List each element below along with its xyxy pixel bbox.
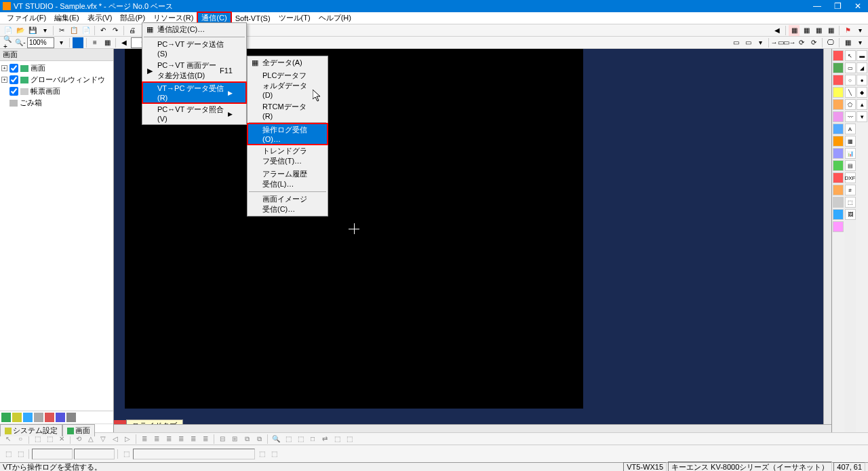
save-icon[interactable]: 💾 [27,25,38,36]
palette-btn[interactable] [833,87,844,98]
sb-icon-6[interactable] [56,413,65,422]
menu-view[interactable]: 表示(V) [83,12,117,24]
vertical-scrollbar[interactable] [823,49,831,424]
sync2-icon[interactable]: ⟳ [808,37,819,48]
flag-icon[interactable]: ⚑ [842,25,853,36]
tool-btn[interactable]: ⬠ [845,99,856,110]
dd-comm-setting[interactable]: ▦通信設定(C)… [142,23,246,36]
dropdown3-icon[interactable]: ▾ [854,25,865,36]
palette-btn[interactable] [833,148,844,159]
shape-btn[interactable]: ▬ [856,50,867,61]
dd-rtcm[interactable]: RTCMデータ(R) [248,100,328,121]
sb-icon-7[interactable] [66,413,76,422]
table-icon[interactable]: ▦ [842,37,853,48]
shape-btn[interactable]: ▲ [856,99,867,110]
tree-label[interactable]: ごみ箱 [20,98,42,108]
palette-btn[interactable] [833,124,844,134]
shape-btn[interactable]: ◆ [856,87,867,98]
send-icon[interactable]: →▭ [772,37,783,48]
dd-alarm[interactable]: アラーム履歴受信(L)… [248,168,328,191]
paste-icon[interactable]: 📄 [81,25,92,36]
tree-label[interactable]: 画面 [31,63,45,73]
close-button[interactable]: ✕ [848,0,868,12]
tool-btn[interactable]: ▭ [845,62,856,73]
zoom-out-icon[interactable]: 🔍- [15,37,26,48]
tool-btn[interactable]: 🖼 [845,209,856,220]
sync-icon[interactable]: ⟳ [796,37,807,48]
palette-btn[interactable] [833,209,844,220]
dd-pc-vt-diff[interactable]: ▶PC→VT 画面データ差分送信(D)F11 [142,59,246,82]
menu-tool[interactable]: ツール(T) [275,12,315,24]
sb-icon-1[interactable] [1,413,11,422]
cut-icon[interactable]: ✂ [56,25,67,36]
palette-btn[interactable] [833,136,844,147]
palette-btn[interactable] [833,62,844,73]
tool-btn[interactable]: # [845,185,856,195]
layer-b-icon[interactable]: ▭ [743,37,753,48]
tool-c-icon[interactable]: ▦ [813,25,824,36]
prev-icon[interactable]: ◀ [119,37,130,48]
menu-file[interactable]: ファイル(F) [3,12,50,24]
tool-btn[interactable]: ▤ [845,160,856,171]
tree-toggle[interactable]: + [1,77,7,83]
tool-btn[interactable]: ○ [845,75,856,86]
tool-btn[interactable]: DXF [845,172,856,183]
bt-icon[interactable]: 🔍 [271,434,281,445]
tree-check[interactable] [9,64,18,73]
maximize-button[interactable]: ❐ [827,0,848,12]
dd-all-data[interactable]: ▦全データ(A) [248,56,328,69]
dd-screen-img[interactable]: 画面イメージ受信(C)… [248,193,328,216]
palette-btn[interactable] [833,111,844,122]
menu-edit[interactable]: 編集(E) [50,12,83,24]
print-icon[interactable]: 🖨 [127,25,138,36]
menu-help[interactable]: ヘルプ(H) [315,12,355,24]
dd-vt-pc-recv[interactable]: VT→PC データ受信(R)▶ [142,82,246,103]
dd-plc-folder[interactable]: PLCデータフォルダデータ(D) [248,69,328,100]
tool-btn[interactable]: ↖ [845,50,856,61]
tool-btn[interactable]: A [845,124,856,134]
tool-a-icon[interactable]: ▦ [789,25,800,36]
tree[interactable]: +画面 +グローバルウィンドウ 帳票画面 ごみ箱 [0,61,113,411]
sb-icon-3[interactable] [23,413,33,422]
tool-b-icon[interactable]: ▦ [801,25,812,36]
dd-pc-vt-compare[interactable]: PC↔VT データ照合(V)▶ [142,103,246,124]
dd-oplog[interactable]: 操作ログ受信(O)… [248,124,328,145]
layer-dd-icon[interactable]: ▾ [755,37,766,48]
tree-check[interactable] [9,75,18,84]
palette-btn[interactable] [833,75,844,86]
recv-icon[interactable]: ▭→ [784,37,795,48]
open-icon[interactable]: 📂 [15,25,26,36]
tree-toggle[interactable]: + [1,65,7,71]
dd-pc-vt-send[interactable]: PC→VT データ送信(S) [142,38,246,59]
menu-softvt[interactable]: Soft-VT(S) [231,14,275,23]
new-icon[interactable]: 📄 [3,25,14,36]
tool-d-icon[interactable]: ▦ [825,25,836,36]
palette-btn[interactable] [833,197,844,208]
monitor-icon[interactable]: 🖵 [825,37,836,48]
tool-btn[interactable]: 〰 [845,111,856,122]
palette-btn[interactable] [833,160,844,171]
horizontal-scrollbar[interactable] [114,424,831,432]
layer-a-icon[interactable]: ▭ [730,37,741,48]
sb-icon-5[interactable] [45,413,54,422]
sb-icon-4[interactable] [34,413,43,422]
tool-btn[interactable]: ⬚ [845,197,856,208]
tab-screen[interactable]: 画面 [62,424,95,436]
palette-btn[interactable] [833,172,844,183]
palette-btn[interactable] [833,185,844,195]
color-icon[interactable] [73,37,83,48]
zoom-in-icon[interactable]: 🔍+ [3,37,14,48]
dropdown-icon[interactable]: ▾ [39,25,50,36]
back-icon[interactable]: ◀ [772,25,783,36]
tab-system[interactable]: システム設定 [0,424,62,436]
palette-btn[interactable] [833,50,844,61]
shape-btn[interactable]: ◢ [856,62,867,73]
minimize-button[interactable]: — [807,0,827,12]
shape-btn[interactable]: ● [856,75,867,86]
zoom-input[interactable] [27,37,54,48]
sb-icon-2[interactable] [12,413,22,422]
tree-check[interactable] [9,87,18,96]
copy-icon[interactable]: 📋 [68,25,79,36]
palette-btn[interactable] [833,99,844,110]
palette-btn[interactable] [833,221,844,232]
